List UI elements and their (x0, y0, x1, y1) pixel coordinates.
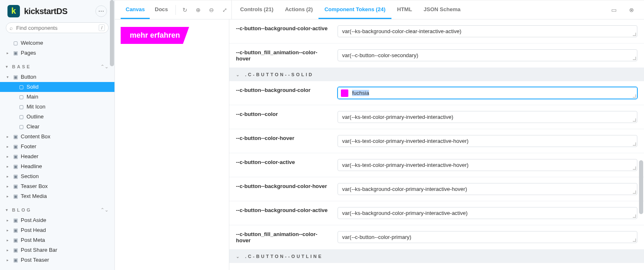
tab-docs[interactable]: Docs (150, 0, 173, 19)
section-chevron-icon: ⌃⌄ (100, 207, 109, 213)
chevron-down-icon: ⌄ (236, 72, 241, 77)
caret-icon: ▸ (7, 227, 10, 234)
item-label: Welcome (21, 39, 43, 47)
caret-icon: ▾ (7, 73, 10, 81)
search-icon: ⌕ (10, 25, 13, 31)
sidebar-item-welcome[interactable]: ▢Welcome (0, 38, 114, 48)
sidebar-item-footer[interactable]: ▸▣Footer (0, 142, 114, 152)
item-icon: ▣ (12, 49, 18, 57)
item-label: Main (27, 93, 38, 101)
token-row: --c-button--background-colorfuchsia (229, 81, 644, 105)
item-label: Teaser Box (21, 183, 48, 190)
close-panel-icon[interactable]: ⊗ (625, 2, 638, 18)
sidebar-section-blog[interactable]: ▾BLOG⌃⌄ (0, 201, 114, 215)
sidebar-item-content-box[interactable]: ▸▣Content Box (0, 132, 114, 142)
token-row: --c-button--background-color-hovervar(--… (229, 177, 644, 201)
reload-icon[interactable]: ↻ (178, 2, 192, 18)
item-label: Text Media (21, 193, 47, 200)
sidebar-item-teaser-box[interactable]: ▸▣Teaser Box (0, 181, 114, 191)
tab-canvas[interactable]: Canvas (121, 0, 150, 19)
token-group-header[interactable]: ⌄.C-BUTTON--OUTLINE (229, 250, 644, 263)
token-group-header[interactable]: ⌄.C-BUTTON--SOLID (229, 68, 644, 81)
token-name: --c-button_fill_animation--color-hover (236, 231, 329, 243)
token-row: --c-button_fill_animation--color-hoverva… (229, 43, 644, 68)
token-name: --c-button--color-active (236, 159, 329, 165)
logo[interactable]: k kickstartDS (7, 5, 68, 17)
token-value-input[interactable]: var(--c-button--color-primary) (338, 231, 637, 243)
sidebar-item-post-meta[interactable]: ▸▣Post Meta (0, 235, 114, 245)
caret-icon: ▸ (7, 256, 10, 264)
panel-tab-actions-2-[interactable]: Actions (2) (279, 0, 318, 19)
sidebar-item-post-head[interactable]: ▸▣Post Head (0, 225, 114, 235)
token-value-input[interactable]: var(--ks-text-color-primary-inverted-int… (338, 135, 637, 147)
sidebar-menu-button[interactable]: ⋯ (95, 5, 107, 17)
zoom-in-icon[interactable]: ⊕ (192, 2, 205, 18)
color-swatch[interactable] (341, 89, 348, 97)
token-value-input[interactable]: var(--ks-background-color-primary-intera… (338, 207, 637, 219)
item-icon: ▢ (18, 113, 24, 121)
item-icon: ▣ (12, 133, 18, 140)
sidebar-item-post-share-bar[interactable]: ▸▣Post Share Bar (0, 245, 114, 255)
sidebar-item-headline[interactable]: ▸▣Headline (0, 162, 114, 171)
sidebar-scrollbar[interactable] (110, 0, 114, 66)
item-label: Header (21, 153, 39, 160)
token-value-input[interactable]: var(--ks-background-color-primary-intera… (338, 183, 637, 195)
caret-icon: ▸ (7, 143, 10, 150)
sidebar-item-post-teaser[interactable]: ▸▣Post Teaser (0, 255, 114, 265)
sidebar-item-mit-icon[interactable]: ▢Mit Icon (0, 102, 114, 112)
logo-text: kickstartDS (24, 7, 68, 16)
tokens-scrollbar[interactable] (639, 160, 643, 214)
item-label: Section (21, 173, 39, 180)
token-name: --c-button--background-color-active (236, 207, 329, 213)
sidebar-item-header[interactable]: ▸▣Header (0, 152, 114, 162)
sidebar-item-text-media[interactable]: ▸▣Text Media (0, 191, 114, 201)
token-value-input[interactable]: var(--ks-text-color-primary-inverted-int… (338, 111, 637, 123)
caret-icon: ▸ (7, 236, 10, 244)
item-icon: ▢ (18, 83, 24, 91)
caret-icon: ▸ (7, 246, 10, 254)
canvas-preview: mehr erfahren (115, 19, 229, 270)
token-value-input[interactable]: var(--ks-background-color-clear-interact… (338, 25, 637, 37)
sidebar-item-button[interactable]: ▾▣Button (0, 72, 114, 82)
separator (175, 5, 176, 15)
item-label: Footer (21, 143, 36, 150)
item-label: Post Share Bar (21, 246, 57, 254)
item-label: Button (21, 73, 36, 81)
section-chevron-icon: ⌃⌄ (100, 64, 109, 70)
sidebar-item-post-aside[interactable]: ▸▣Post Aside (0, 215, 114, 225)
search-input[interactable] (16, 25, 95, 31)
panel-tab-controls-21-[interactable]: Controls (21) (234, 0, 279, 19)
main: CanvasDocs↻⊕⊖⤢ Controls (21)Actions (2)C… (115, 0, 644, 270)
item-icon: ▣ (12, 153, 18, 160)
item-label: Outline (27, 113, 44, 121)
item-label: Post Head (21, 227, 46, 234)
panel-tab-component-tokens-24-[interactable]: Component Tokens (24) (318, 0, 391, 19)
caret-icon: ▸ (7, 217, 10, 224)
zoom-out-icon[interactable]: ⊖ (205, 2, 218, 18)
logo-mark: k (7, 5, 20, 17)
panel-tab-html[interactable]: HTML (391, 0, 418, 19)
token-value-input[interactable]: fuchsia (338, 87, 637, 99)
item-label: Solid (27, 83, 39, 91)
preview-button[interactable]: mehr erfahren (121, 27, 189, 44)
search-input-wrap[interactable]: ⌕ / (6, 22, 109, 33)
sidebar-item-outline[interactable]: ▢Outline (0, 112, 114, 122)
panel-tab-json-schema[interactable]: JSON Schema (418, 0, 467, 19)
sidebar-item-solid[interactable]: ▢Solid (0, 82, 114, 92)
panel-position-icon[interactable]: ▭ (607, 2, 621, 18)
sidebar-item-clear[interactable]: ▢Clear (0, 122, 114, 132)
item-icon: ▣ (12, 227, 18, 234)
item-icon: ▣ (12, 217, 18, 224)
sidebar-item-pages[interactable]: ▸▣Pages (0, 48, 114, 58)
token-row: --c-button--colorvar(--ks-text-color-pri… (229, 105, 644, 129)
token-value-input[interactable]: var(--c-button--color-secondary) (338, 49, 637, 61)
token-value-input[interactable]: var(--ks-text-color-primary-inverted-int… (338, 159, 637, 171)
caret-icon: ▸ (7, 133, 10, 140)
item-label: Pages (21, 49, 36, 57)
caret-icon: ▸ (7, 163, 10, 170)
sidebar-item-main[interactable]: ▢Main (0, 92, 114, 102)
zoom-reset-icon[interactable]: ⤢ (218, 2, 231, 18)
sidebar-item-section[interactable]: ▸▣Section (0, 171, 114, 181)
sidebar-section-base[interactable]: ▾BASE⌃⌄ (0, 58, 114, 72)
token-row: --c-button_fill_animation--color-hoverva… (229, 225, 644, 250)
